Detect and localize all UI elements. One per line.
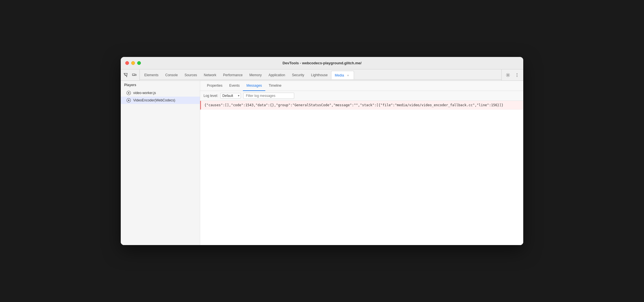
tab-sources[interactable]: Sources <box>181 71 200 79</box>
tab-performance[interactable]: Performance <box>220 71 246 79</box>
log-level-label: Log level: <box>204 94 218 98</box>
log-messages-area: {"causes":[],"code":1543,"data":{},"grou… <box>200 101 523 245</box>
content-tab-messages[interactable]: Messages <box>243 81 265 91</box>
tab-network[interactable]: Network <box>200 71 220 79</box>
maximize-button[interactable] <box>137 61 141 65</box>
tab-media-close[interactable]: × <box>346 73 350 78</box>
player-play-icon <box>126 91 131 95</box>
devtools-panel: Elements Console Sources Network Perform… <box>121 69 523 245</box>
log-entry: {"causes":[],"code":1543,"data":{},"grou… <box>200 101 523 110</box>
sidebar-header: Players <box>121 81 200 89</box>
players-sidebar: Players video-worker.js <box>121 81 200 245</box>
log-level-wrapper: Default Verbose Info Warning Error ▼ <box>220 93 241 99</box>
content-panel: Properties Events Messages Timeline Log … <box>200 81 523 245</box>
minimize-button[interactable] <box>131 61 135 65</box>
svg-point-3 <box>507 74 509 76</box>
content-tab-properties[interactable]: Properties <box>204 81 226 91</box>
main-tab-bar: Elements Console Sources Network Perform… <box>140 69 501 80</box>
tab-lighthouse[interactable]: Lighthouse <box>308 71 331 79</box>
device-toggle-icon[interactable] <box>130 71 138 79</box>
player-item-video-worker[interactable]: video-worker.js <box>121 89 200 97</box>
player-label-video-worker: video-worker.js <box>133 91 156 95</box>
svg-point-6 <box>517 76 517 76</box>
tab-application[interactable]: Application <box>265 71 289 79</box>
content-tab-events[interactable]: Events <box>226 81 243 91</box>
tab-security[interactable]: Security <box>289 71 308 79</box>
svg-marker-8 <box>128 92 130 94</box>
player-label-video-encoder: VideoEncoder(WebCodecs) <box>133 98 175 102</box>
window-title: DevTools - webcodecs-playground.glitch.m… <box>283 61 362 65</box>
filter-input[interactable] <box>243 93 294 99</box>
more-options-icon[interactable] <box>513 71 521 79</box>
svg-point-4 <box>517 73 517 74</box>
close-button[interactable] <box>125 61 129 65</box>
log-entry-text: {"causes":[],"code":1543,"data":{},"grou… <box>204 103 503 107</box>
main-content: Players video-worker.js <box>121 81 523 245</box>
tab-console[interactable]: Console <box>162 71 181 79</box>
svg-rect-0 <box>132 74 135 76</box>
player-play-icon-2 <box>126 98 131 103</box>
svg-rect-1 <box>135 74 136 76</box>
log-level-select[interactable]: Default Verbose Info Warning Error <box>220 93 241 99</box>
inspect-icon[interactable] <box>122 71 130 79</box>
tab-media[interactable]: Media × <box>331 71 354 79</box>
devtools-window: DevTools - webcodecs-playground.glitch.m… <box>121 57 523 245</box>
tab-memory[interactable]: Memory <box>246 71 265 79</box>
traffic-lights <box>125 61 141 65</box>
player-item-video-encoder[interactable]: VideoEncoder(WebCodecs) <box>121 97 200 104</box>
log-toolbar: Log level: Default Verbose Info Warning … <box>200 91 523 101</box>
settings-icon[interactable] <box>504 71 512 79</box>
title-bar: DevTools - webcodecs-playground.glitch.m… <box>121 57 523 69</box>
content-tab-timeline[interactable]: Timeline <box>265 81 285 91</box>
content-tab-bar: Properties Events Messages Timeline <box>200 81 523 91</box>
svg-marker-10 <box>128 99 130 101</box>
svg-point-5 <box>517 75 517 75</box>
tab-elements[interactable]: Elements <box>141 71 162 79</box>
